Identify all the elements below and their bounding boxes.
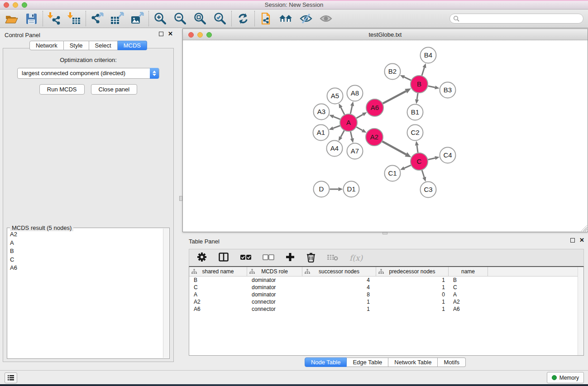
mcds-result-item[interactable]: B	[8, 248, 163, 256]
table-cell[interactable]: connector	[247, 305, 302, 313]
table-scrollbar[interactable]	[578, 267, 583, 355]
table-cell[interactable]: 1	[376, 276, 449, 284]
delete-columns-icon[interactable]	[306, 252, 316, 264]
mcds-list-scrollbar[interactable]	[163, 229, 169, 358]
table-cell[interactable]: A2	[449, 298, 488, 305]
close-panel-button[interactable]: Close panel	[91, 84, 138, 95]
task-history-button[interactable]	[5, 372, 17, 383]
graph-node-C[interactable]: C	[411, 153, 428, 170]
network-canvas[interactable]: B4B2BB3A8A5A6A3B1AA1C2A2A4A7C4CC1C3DD1	[183, 40, 588, 232]
table-cell[interactable]: 1	[376, 305, 449, 313]
splitter-grip-vertical[interactable]	[179, 196, 182, 201]
zoom-selected-icon[interactable]	[212, 11, 228, 26]
table-cell[interactable]: dominator	[247, 284, 302, 291]
table-cell[interactable]: 1	[302, 305, 376, 313]
graph-node-A7[interactable]: A7	[347, 143, 363, 159]
export-table-icon[interactable]	[110, 11, 125, 26]
export-image-icon[interactable]	[129, 11, 145, 26]
graph-node-C4[interactable]: C4	[440, 148, 456, 163]
table-row[interactable]: Adominator80A	[189, 291, 583, 298]
table-cell[interactable]: A6	[189, 305, 247, 313]
network-from-file-icon[interactable]	[258, 11, 274, 26]
graph-node-A4[interactable]: A4	[327, 141, 343, 157]
refresh-icon[interactable]	[235, 11, 251, 26]
deselect-all-checkboxes-icon[interactable]	[263, 253, 274, 263]
table-cell[interactable]: connector	[247, 298, 302, 305]
column-header-predecessor-nodes[interactable]: predecessor nodes	[376, 267, 449, 276]
table-cell[interactable]: A2	[189, 298, 247, 305]
create-column-icon[interactable]	[285, 252, 295, 264]
tab-style[interactable]: Style	[64, 41, 89, 50]
mcds-result-item[interactable]: C	[8, 256, 163, 265]
graph-node-B1[interactable]: B1	[407, 105, 423, 120]
tab-network-table[interactable]: Network Table	[388, 357, 438, 367]
tab-edge-table[interactable]: Edge Table	[347, 357, 388, 367]
table-cell[interactable]: A6	[449, 305, 488, 313]
column-header-successor-nodes[interactable]: successor nodes	[302, 267, 376, 276]
table-row[interactable]: Bdominator41B	[189, 276, 583, 284]
table-cell[interactable]: 1	[376, 298, 449, 305]
mcds-result-list[interactable]: A2ABCA6	[8, 231, 163, 358]
close-panel-icon[interactable]: ✕	[168, 32, 173, 36]
table-cell[interactable]: 8	[302, 291, 376, 298]
graph-node-C1[interactable]: C1	[385, 166, 401, 181]
graph-node-C3[interactable]: C3	[421, 182, 436, 198]
hide-graphics-details-icon[interactable]	[298, 11, 314, 26]
tab-network[interactable]: Network	[29, 41, 64, 50]
graph-node-C2[interactable]: C2	[407, 125, 423, 141]
dropdown-stepper-icon[interactable]	[150, 68, 159, 79]
graph-node-D[interactable]: D	[314, 181, 330, 197]
table-cell[interactable]: B	[449, 276, 488, 284]
graph-node-D1[interactable]: D1	[344, 181, 359, 197]
table-cell[interactable]: 1	[302, 298, 376, 305]
select-all-checkboxes-icon[interactable]	[240, 253, 252, 263]
table-cell[interactable]: C	[189, 284, 247, 291]
column-header-shared-name[interactable]: shared name	[189, 267, 247, 276]
graph-node-A1[interactable]: A1	[313, 125, 329, 141]
graph-node-B4[interactable]: B4	[421, 48, 436, 63]
table-cell[interactable]: dominator	[247, 276, 302, 284]
import-network-icon[interactable]	[47, 11, 62, 26]
graph-node-A[interactable]: A	[340, 114, 357, 131]
zoom-in-icon[interactable]	[153, 11, 168, 26]
save-session-icon[interactable]	[24, 11, 39, 26]
tab-mcds[interactable]: MCDS	[118, 41, 147, 50]
column-header-name[interactable]: name	[449, 267, 488, 276]
mcds-result-item[interactable]: A6	[8, 264, 163, 273]
table-cell[interactable]: A	[449, 291, 488, 298]
zoom-fit-icon[interactable]	[192, 11, 208, 26]
tab-select[interactable]: Select	[89, 41, 118, 50]
graph-node-B2[interactable]: B2	[385, 64, 401, 80]
run-mcds-button[interactable]: Run MCDS	[39, 84, 85, 95]
mcds-result-item[interactable]: A	[8, 239, 163, 248]
import-table-icon[interactable]	[67, 11, 82, 26]
graph-node-A2[interactable]: A2	[366, 129, 383, 146]
tab-motifs[interactable]: Motifs	[438, 357, 466, 367]
table-row[interactable]: A2connector11A2	[189, 298, 583, 305]
graph-node-B3[interactable]: B3	[440, 82, 456, 98]
open-session-icon[interactable]	[4, 11, 19, 26]
table-cell[interactable]: 4	[302, 284, 376, 291]
window-resize-grip[interactable]	[581, 225, 587, 231]
home-overview-icon[interactable]	[278, 11, 294, 26]
zoom-out-icon[interactable]	[172, 11, 188, 26]
graph-node-A5[interactable]: A5	[327, 88, 343, 104]
float-panel-icon[interactable]	[159, 32, 163, 36]
table-cell[interactable]: A	[189, 291, 247, 298]
float-table-panel-icon[interactable]	[570, 238, 575, 243]
show-columns-icon[interactable]	[218, 252, 229, 264]
table-cell[interactable]: 0	[376, 291, 449, 298]
tab-node-table[interactable]: Node Table	[305, 357, 347, 367]
export-network-icon[interactable]	[90, 11, 105, 26]
table-cell[interactable]: 1	[376, 284, 449, 291]
table-row[interactable]: A6connector11A6	[189, 305, 583, 313]
table-cell[interactable]: dominator	[247, 291, 302, 298]
table-cell[interactable]: B	[189, 276, 247, 284]
show-graphics-details-icon[interactable]	[318, 11, 334, 26]
graph-node-B[interactable]: B	[411, 76, 428, 93]
mcds-result-item[interactable]: A2	[8, 231, 163, 239]
graph-node-A8[interactable]: A8	[347, 86, 363, 101]
close-table-panel-icon[interactable]: ✕	[579, 238, 584, 243]
memory-button[interactable]: Memory	[547, 372, 584, 383]
criterion-dropdown[interactable]: largest connected component (directed)	[17, 68, 159, 79]
